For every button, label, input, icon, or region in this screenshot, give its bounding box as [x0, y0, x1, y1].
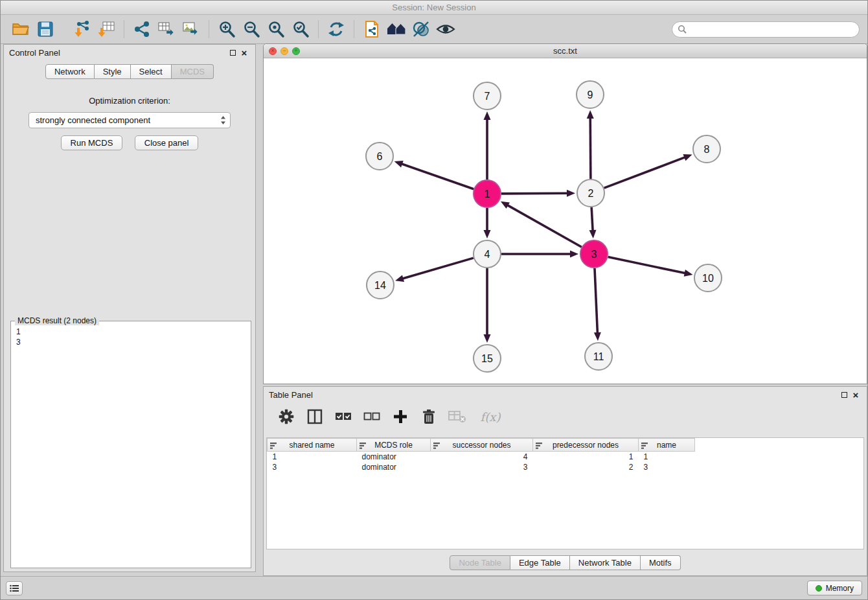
zoom-selected-button[interactable] — [288, 17, 313, 41]
edge-arrow-icon — [587, 110, 594, 119]
edge-arrow-icon — [594, 332, 601, 341]
clipboard-network-button[interactable] — [360, 17, 384, 41]
graph-edge-3-11[interactable] — [595, 268, 597, 334]
tab-network[interactable]: Network — [45, 64, 95, 79]
graph-edge-4-14[interactable] — [402, 258, 474, 279]
new-network-button[interactable] — [130, 17, 154, 41]
tab-motifs[interactable]: Motifs — [641, 555, 681, 570]
graph-edge-2-8[interactable] — [604, 157, 686, 188]
network-window-titlebar[interactable]: scc.txt × − + — [264, 44, 867, 58]
table-cell[interactable]: 3 — [431, 462, 533, 472]
column-header-shared-name[interactable]: shared name — [268, 439, 357, 452]
tab-mcds[interactable]: MCDS — [172, 64, 214, 79]
mcds-result-title: MCDS result (2 nodes) — [15, 316, 99, 325]
table-cell[interactable]: 1 — [533, 452, 639, 462]
zoom-in-button[interactable] — [214, 17, 239, 41]
add-icon — [393, 409, 408, 424]
deselect-all-button[interactable] — [362, 407, 382, 426]
memory-button[interactable]: Memory — [807, 581, 862, 595]
float-icon — [230, 50, 236, 56]
network-canvas[interactable]: 7968124314101511 — [264, 58, 867, 384]
table-row[interactable]: 3dominator323 — [268, 462, 695, 472]
table-cell[interactable]: dominator — [357, 452, 431, 462]
column-header-name[interactable]: name — [639, 439, 695, 452]
eye-button[interactable] — [433, 17, 458, 41]
table-cell[interactable]: 3 — [268, 462, 357, 472]
graph-edge-2-9[interactable] — [590, 117, 591, 179]
table-settings-button[interactable] — [277, 407, 296, 426]
edge-arrow-icon — [683, 154, 692, 161]
edge-arrow-icon — [567, 190, 575, 197]
graph-node-label: 14 — [374, 280, 386, 291]
column-header-predecessor-nodes[interactable]: predecessor nodes — [533, 439, 639, 452]
window-title: Session: New Session — [392, 3, 475, 12]
optimization-criterion-label: Optimization criterion: — [4, 96, 255, 106]
edge-arrow-icon — [684, 270, 693, 277]
graph-edge-3-1[interactable] — [507, 205, 581, 247]
application-window: { "window": { "title": "Session: New Ses… — [0, 0, 868, 600]
close-icon: × — [853, 390, 859, 400]
control-panel-close-button[interactable]: × — [238, 47, 250, 58]
network-graph[interactable]: 7968124314101511 — [264, 58, 867, 384]
table-cell[interactable]: 3 — [639, 462, 695, 472]
delete-table-icon — [448, 410, 466, 424]
refresh-button[interactable] — [324, 17, 348, 41]
table-cell[interactable]: 1 — [268, 452, 357, 462]
table-cell[interactable]: 4 — [431, 452, 533, 462]
table-cell[interactable]: 1 — [639, 452, 695, 462]
optimization-criterion-select[interactable]: strongly connected component — [29, 112, 231, 128]
home-button[interactable] — [384, 17, 409, 41]
dropdown-selected-value: strongly connected component — [36, 115, 220, 125]
table-cell[interactable]: 2 — [533, 462, 639, 472]
table-panel-float-button[interactable] — [838, 389, 850, 400]
select-all-button[interactable] — [334, 407, 353, 426]
style-button[interactable] — [409, 17, 433, 41]
table-cell[interactable]: dominator — [357, 462, 431, 472]
import-network-button[interactable] — [69, 17, 94, 41]
zoom-fit-button[interactable] — [264, 17, 288, 41]
graph-edge-3-10[interactable] — [608, 257, 686, 273]
window-zoom-icon[interactable]: + — [292, 47, 300, 55]
search-input[interactable] — [690, 25, 854, 34]
column-type-icon — [270, 443, 277, 449]
save-session-button[interactable] — [33, 17, 58, 41]
tab-node-table[interactable]: Node Table — [450, 555, 510, 570]
zoom-out-button[interactable] — [239, 17, 264, 41]
task-history-button[interactable] — [6, 581, 23, 595]
open-session-button[interactable] — [8, 17, 33, 41]
delete-column-button[interactable] — [419, 407, 439, 426]
graph-edge-1-6[interactable] — [401, 164, 474, 189]
export-image-button[interactable] — [179, 17, 203, 41]
apply-function-button[interactable]: f(x) — [476, 407, 505, 426]
import-network-icon — [73, 20, 91, 38]
delete-table-button[interactable] — [448, 407, 467, 426]
table-header-row: shared name MCDS role successor nodes pr… — [268, 439, 695, 452]
tab-style[interactable]: Style — [95, 64, 131, 79]
refresh-icon — [327, 20, 345, 38]
graph-node-label: 15 — [481, 353, 493, 364]
column-header-successor-nodes[interactable]: successor nodes — [431, 439, 533, 452]
column-header-mcds-role[interactable]: MCDS role — [357, 439, 431, 452]
graph-node-label: 7 — [485, 91, 490, 102]
column-type-icon — [433, 443, 440, 449]
tab-select[interactable]: Select — [131, 64, 172, 79]
close-panel-button[interactable]: Close panel — [135, 135, 199, 150]
graph-edge-2-3[interactable] — [591, 207, 593, 231]
control-panel-float-button[interactable] — [227, 47, 238, 58]
add-column-button[interactable] — [391, 407, 410, 426]
network-table-button[interactable] — [154, 17, 179, 41]
run-mcds-button[interactable]: Run MCDS — [61, 135, 123, 150]
window-close-icon[interactable]: × — [269, 47, 277, 55]
import-table-button[interactable] — [94, 17, 119, 41]
export-image-icon — [182, 20, 200, 38]
tab-edge-table[interactable]: Edge Table — [510, 555, 570, 570]
window-minimize-icon[interactable]: − — [280, 47, 288, 55]
tab-network-table[interactable]: Network Table — [570, 555, 641, 570]
table-row[interactable]: 1dominator411 — [268, 452, 695, 462]
graph-node-label: 9 — [588, 89, 593, 100]
list-icon — [10, 584, 19, 592]
graph-edge-1-2[interactable] — [501, 193, 568, 194]
search-field[interactable] — [672, 21, 860, 38]
table-panel-close-button[interactable]: × — [850, 389, 862, 400]
show-columns-button[interactable] — [305, 407, 325, 426]
